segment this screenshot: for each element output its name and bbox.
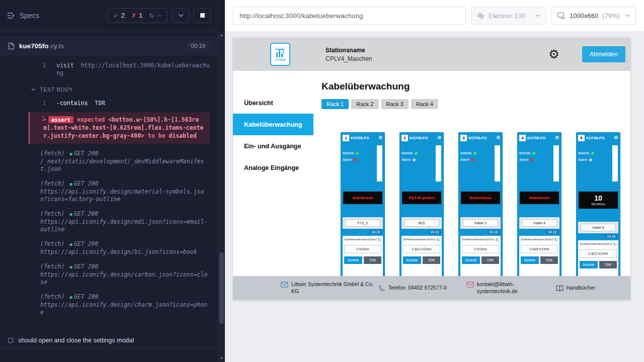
alarm-label: Alarm bbox=[460, 158, 469, 161]
fetch-url: https://api.iconify.design/material-symb… bbox=[40, 188, 204, 203]
device-model: KÜ705-FO bbox=[410, 136, 428, 140]
betrieb-label: Betrieb bbox=[460, 151, 471, 155]
stat-pending: ↻-- bbox=[149, 12, 161, 19]
schleife-button[interactable]: Schleife bbox=[344, 256, 362, 264]
sidebar-item-kabelueberwachung[interactable]: Kabelüberwachung bbox=[233, 114, 313, 135]
tab-rack-4[interactable]: Rack 4 bbox=[411, 99, 438, 109]
littwin-logo: LITTWIN bbox=[270, 43, 290, 66]
device-status: Erdschluss bbox=[461, 192, 500, 204]
refresh-icon[interactable]: ↻ bbox=[436, 238, 440, 242]
assert-badge: assert bbox=[48, 116, 73, 123]
tdr-button[interactable]: TDR bbox=[481, 256, 500, 264]
refresh-icon[interactable]: ↻ bbox=[613, 242, 617, 247]
cable-name-field[interactable]: Kabel 4 bbox=[522, 219, 557, 227]
schleife-button[interactable]: Schleife bbox=[521, 256, 539, 264]
sidebar-item-ein-ausgaenge[interactable]: Ein- und Ausgänge bbox=[233, 135, 313, 157]
refresh-icon[interactable]: ↻ bbox=[495, 238, 499, 242]
next-test-row[interactable]: should open and close the settings modal bbox=[0, 332, 218, 348]
alarm-label: Alarm bbox=[343, 158, 352, 161]
cable-name-field[interactable]: FTZ_2 bbox=[345, 219, 380, 227]
refresh-icon[interactable]: ↻ bbox=[554, 238, 558, 242]
scroll-up-icon[interactable]: ▲ bbox=[218, 33, 225, 37]
tab-rack-1[interactable]: Rack 1 bbox=[321, 99, 349, 109]
viewport-select[interactable]: 1000x660 (79%) bbox=[551, 7, 636, 25]
fetch-url: https://api.iconify.design/bi.json?icons… bbox=[40, 248, 197, 255]
page-title: Kabelüberwachung bbox=[321, 81, 630, 92]
firmware-version: V4.19 bbox=[605, 234, 617, 239]
failed-assert[interactable]: 2 -assertexpected <button.w-[50%].h-[1.5… bbox=[29, 112, 210, 144]
footer-email: kontakt@littwin-systemtechnik.de bbox=[466, 281, 535, 295]
stop-button[interactable] bbox=[194, 8, 211, 23]
app-footer: Littwin Systemtechnik GmbH & Co. KG Tele… bbox=[233, 276, 630, 300]
device-number: 4 bbox=[519, 135, 526, 141]
app-header: LITTWIN Stationsname CPLV4_Maschen ⚙ Abm… bbox=[233, 38, 630, 71]
command-visit[interactable]: 1 visithttp://localhost:3000/kabelueberw… bbox=[0, 59, 218, 79]
tab-rack-2[interactable]: Rack 2 bbox=[351, 99, 378, 109]
alarm-label: Alarm bbox=[519, 158, 528, 161]
spec-timer: 00:19 bbox=[186, 41, 210, 50]
settings-gear-icon[interactable]: ⚙ bbox=[548, 48, 559, 60]
spec-header[interactable]: kue705fo.cy.ts 00:19 bbox=[0, 36, 218, 55]
cable-name-field[interactable]: Kabel 5 bbox=[581, 224, 616, 231]
reporter-topbar: Specs ✓2 ✗1 ↻-- bbox=[0, 0, 218, 31]
tdr-button[interactable]: TDR bbox=[423, 256, 441, 264]
tdr-button[interactable]: TDR bbox=[599, 261, 617, 268]
device-gear-icon[interactable]: ⚙ bbox=[378, 135, 383, 140]
browser-select[interactable]: Electron 130 bbox=[471, 7, 546, 25]
viewport-zoom: (79%) bbox=[602, 12, 620, 20]
device-status: PST-M prüfen bbox=[402, 192, 441, 204]
reporter-scrollbar[interactable]: ▲ ▼ bbox=[218, 31, 225, 362]
command-contains[interactable]: 1 -containsTDR bbox=[0, 97, 218, 110]
fetch-url: https://api.iconify.design/carbon.json?i… bbox=[40, 271, 207, 286]
device-gear-icon[interactable]: ⚙ bbox=[614, 135, 618, 140]
loop-value: 0.812 KOhm bbox=[403, 245, 440, 253]
specs-menu-icon bbox=[7, 12, 15, 19]
specs-toggle[interactable]: Specs bbox=[7, 12, 39, 20]
loop-value: 0.822 KOhm bbox=[580, 249, 617, 258]
tab-rack-3[interactable]: Rack 3 bbox=[381, 99, 409, 109]
schleife-button[interactable]: Schleife bbox=[403, 256, 421, 264]
browser-bar: Electron 130 1000x660 (79%) bbox=[225, 0, 644, 31]
collapse-button[interactable] bbox=[172, 8, 189, 23]
schleife-button[interactable]: Schleife bbox=[580, 261, 598, 268]
spec-file-icon bbox=[8, 42, 15, 50]
assert-message: -assertexpected <button.w-[50%].h-[1.563… bbox=[43, 116, 205, 140]
level-indicator bbox=[436, 145, 441, 182]
test-stats[interactable]: ✓2 ✗1 ↻-- bbox=[107, 8, 168, 23]
cable-name-field[interactable]: B23 bbox=[404, 219, 439, 227]
sidebar-item-uebersicht[interactable]: Übersicht bbox=[233, 92, 313, 114]
device-card: 2KÜ705-FO⚙ Betrieb Alarm PST-M prüfen B2… bbox=[399, 132, 444, 298]
schleife-button[interactable]: Schleife bbox=[462, 256, 480, 264]
tdr-button[interactable]: TDR bbox=[364, 256, 382, 264]
level-indicator bbox=[495, 145, 500, 182]
chevron-down-icon bbox=[535, 14, 540, 17]
device-gear-icon[interactable]: ⚙ bbox=[496, 135, 501, 140]
email-icon bbox=[466, 282, 474, 288]
device-gear-icon[interactable]: ⚙ bbox=[555, 135, 559, 140]
stat-failed: ✗1 bbox=[131, 12, 142, 19]
status-dot-icon: ● bbox=[69, 242, 72, 247]
sidebar-item-analoge-eingaenge[interactable]: Analoge Eingänge bbox=[233, 157, 313, 178]
device-gear-icon[interactable]: ⚙ bbox=[437, 135, 442, 140]
betrieb-led bbox=[591, 152, 594, 155]
alarm-led bbox=[530, 158, 533, 161]
betrieb-led bbox=[356, 152, 359, 155]
test-body-section[interactable]: TEST BODY bbox=[0, 79, 218, 97]
level-indicator bbox=[377, 145, 382, 182]
scrollbar-thumb[interactable] bbox=[219, 252, 224, 324]
loop-value: 0.645 KOhm bbox=[521, 245, 558, 253]
scroll-down-icon[interactable]: ▼ bbox=[218, 356, 225, 360]
betrieb-label: Betrieb bbox=[343, 151, 354, 155]
device-model: KÜ706-FO bbox=[586, 136, 604, 140]
device-model: KÜ705-FO bbox=[527, 136, 545, 140]
specs-label: Specs bbox=[20, 12, 39, 20]
cable-name-field[interactable]: Kabel 3 bbox=[463, 219, 498, 227]
iso-unit: ISO MOhm bbox=[591, 203, 605, 206]
tdr-button[interactable]: TDR bbox=[540, 256, 558, 264]
manuals-label: Handbücher bbox=[567, 285, 595, 292]
device-number: 5 bbox=[578, 135, 585, 141]
logout-button[interactable]: Abmelden bbox=[582, 46, 625, 62]
refresh-icon[interactable]: ↻ bbox=[377, 238, 381, 242]
footer-manuals[interactable]: Handbücher bbox=[556, 285, 595, 292]
url-input[interactable] bbox=[233, 7, 466, 25]
